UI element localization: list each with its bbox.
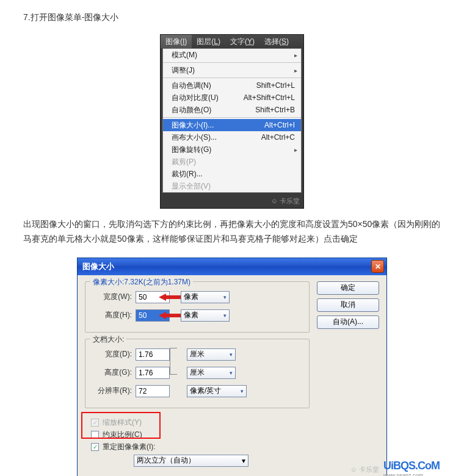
resolution-label: 分辨率(R):: [92, 386, 136, 396]
menu-screenshot: 图像(I) 图层(L) 文字(Y) 选择(S) 模式(M) 调整(J) 自动色调…: [23, 34, 441, 209]
pixel-size-title: 像素大小:7.32K(之前为1.37M): [90, 277, 193, 287]
chevron-down-icon: ▾: [223, 312, 227, 319]
height-label: 高度(H):: [92, 310, 136, 320]
site-watermark: UiBQS.CoM www.psanz.com: [383, 460, 440, 476]
interpolation-select[interactable]: 两次立方（自动）▾: [134, 455, 248, 467]
watermark: ☺ 卡乐堂: [161, 195, 303, 208]
doc-width-label: 宽度(D):: [92, 349, 136, 359]
menu-item-image-rotate[interactable]: 图像旋转(G): [163, 143, 301, 156]
menu-item-adjust[interactable]: 调整(J): [163, 64, 301, 76]
menu-item-auto-contrast[interactable]: 自动对比度(U)Alt+Shift+Ctrl+L: [163, 92, 301, 104]
dialog-title: 图像大小: [82, 261, 114, 272]
resolution-input[interactable]: 72: [136, 385, 170, 397]
link-bracket-icon: [170, 348, 177, 375]
menubar-item-text[interactable]: 文字(Y): [225, 35, 259, 48]
dialog-screenshot: 图像大小 ✕ 像素大小:7.32K(之前为1.37M) 宽度(W): 50 像素…: [23, 258, 441, 476]
paragraph: 出现图像大小的窗口，先取消勾选下方的约束比例，再把像素大小的宽度和高度设置为50…: [23, 217, 441, 247]
document-size-group: 文档大小: 宽度(D): 1.76 厘米▾ 高度(G): 1.76 厘米▾: [85, 339, 310, 408]
menu-separator: [163, 117, 301, 118]
close-button[interactable]: ✕: [371, 260, 384, 273]
chevron-down-icon: ▾: [230, 370, 233, 376]
watermark: ☺ 卡乐堂: [350, 465, 379, 474]
menubar-item-layer[interactable]: 图层(L): [192, 35, 225, 48]
menu-separator: [163, 78, 301, 78]
pixel-size-group: 像素大小:7.32K(之前为1.37M) 宽度(W): 50 像素▾ 高度(H)…: [85, 281, 310, 333]
document-size-title: 文档大小:: [90, 334, 126, 345]
menu-item-image-size[interactable]: 图像大小(I)...Alt+Ctrl+I: [163, 119, 301, 131]
chevron-down-icon: ▾: [241, 388, 244, 394]
doc-width-input[interactable]: 1.76: [136, 348, 170, 361]
pixel-height-unit[interactable]: 像素▾: [181, 309, 230, 322]
annotation-highlight: [81, 412, 161, 439]
resample-check[interactable]: ✓ 重定图像像素(I):: [91, 441, 303, 453]
menu-item-reveal-all: 显示全部(V): [163, 180, 301, 192]
menu-item-crop: 裁剪(P): [163, 156, 301, 168]
checkbox-icon: ✓: [91, 443, 99, 451]
menu-item-trim[interactable]: 裁切(R)...: [163, 168, 301, 180]
chevron-down-icon: ▾: [223, 294, 227, 300]
menu-item-mode[interactable]: 模式(M): [163, 49, 301, 61]
pixel-width-unit[interactable]: 像素▾: [181, 291, 230, 303]
resolution-unit[interactable]: 像素/英寸▾: [187, 385, 247, 397]
cancel-button[interactable]: 取消: [317, 298, 379, 312]
close-icon: ✕: [375, 262, 381, 271]
doc-height-label: 高度(G):: [92, 367, 136, 378]
image-menu-dropdown: 模式(M) 调整(J) 自动色调(N)Shift+Ctrl+L 自动对比度(U)…: [162, 48, 302, 193]
menu-item-auto-color[interactable]: 自动颜色(O)Shift+Ctrl+B: [163, 104, 301, 116]
image-size-dialog: 图像大小 ✕ 像素大小:7.32K(之前为1.37M) 宽度(W): 50 像素…: [77, 258, 387, 476]
doc-height-unit[interactable]: 厘米▾: [187, 367, 236, 379]
menubar-item-select[interactable]: 选择(S): [259, 35, 294, 48]
width-label: 宽度(W):: [92, 292, 136, 302]
ok-button[interactable]: 确定: [317, 281, 379, 295]
titlebar[interactable]: 图像大小 ✕: [78, 258, 386, 275]
chevron-down-icon: ▾: [230, 352, 233, 358]
doc-width-unit[interactable]: 厘米▾: [187, 348, 236, 361]
doc-height-input[interactable]: 1.76: [136, 367, 170, 379]
auto-button[interactable]: 自动(A)...: [317, 316, 379, 329]
menu-separator: [163, 62, 301, 63]
menu-item-auto-tone[interactable]: 自动色调(N)Shift+Ctrl+L: [163, 79, 301, 92]
menubar-item-image[interactable]: 图像(I): [161, 35, 192, 48]
menu-item-canvas-size[interactable]: 画布大小(S)...Alt+Ctrl+C: [163, 131, 301, 143]
menubar: 图像(I) 图层(L) 文字(Y) 选择(S): [161, 35, 303, 48]
chevron-down-icon: ▾: [242, 456, 245, 465]
step-title: 7.打开图像菜单-图像大小: [23, 12, 441, 23]
